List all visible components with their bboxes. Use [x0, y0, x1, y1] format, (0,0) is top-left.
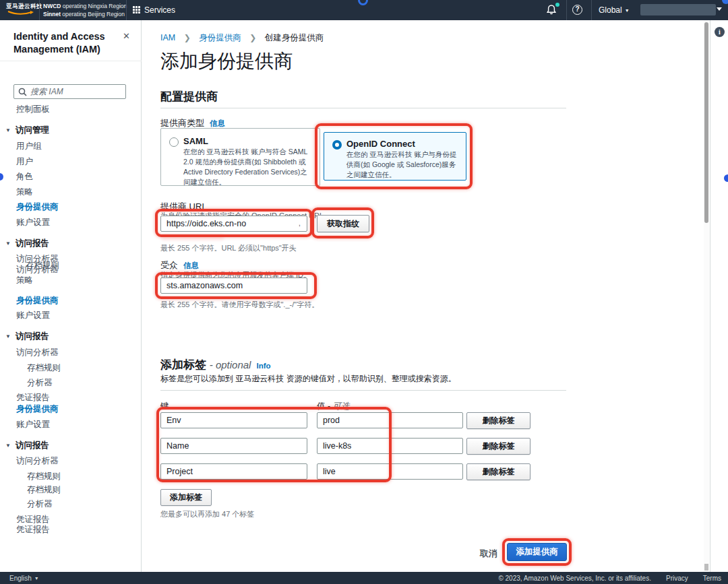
saml-radio[interactable] — [169, 137, 179, 147]
sidebar-item-policies[interactable]: 策略 — [16, 275, 33, 286]
sidebar-item-account-settings[interactable]: 账户设置 — [16, 419, 50, 430]
copyright-text: © 2023, Amazon Web Services, Inc. or its… — [498, 575, 651, 582]
sidebar-item-policies[interactable]: 策略 — [16, 187, 33, 198]
chevron-down-icon: ▼ — [34, 576, 39, 581]
sidebar-item-roles[interactable]: 角色 — [16, 171, 33, 183]
region-selector-label: Global — [599, 5, 622, 15]
sidebar-section-access-management[interactable]: ▼访问管理 — [5, 125, 49, 136]
sidebar-item-access-analyzer[interactable]: 访问分析器 — [16, 347, 59, 358]
privacy-link[interactable]: Privacy — [666, 575, 688, 582]
add-tag-button[interactable]: 添加标签 — [160, 489, 212, 506]
tags-info-link[interactable]: Info — [256, 362, 270, 370]
help-icon[interactable]: ? — [572, 5, 582, 15]
sidebar-title: Identity and Access Management (IAM) — [13, 30, 118, 56]
tag-key-input[interactable] — [160, 438, 307, 454]
remove-tag-button[interactable]: 删除标签 — [466, 463, 530, 480]
sidebar-item-credential-report[interactable]: 凭证报告 — [16, 392, 50, 403]
tag-value-input[interactable] — [317, 463, 463, 480]
chevron-down-icon: ▼ — [5, 240, 11, 247]
chevron-down-icon: ▼ — [5, 443, 11, 449]
close-icon[interactable]: ✕ — [123, 31, 130, 41]
vertical-scrollbar[interactable] — [704, 20, 709, 572]
tag-value-input[interactable] — [317, 412, 463, 428]
provider-url-input[interactable] — [160, 216, 307, 232]
search-icon — [18, 88, 27, 96]
saml-provider-card[interactable]: SAML 在您的 亚马逊云科技 账户与符合 SAML 2.0 规范的身份提供商(… — [160, 128, 320, 186]
tag-key-input[interactable] — [160, 463, 307, 480]
sidebar-section-access-reports[interactable]: ▼访问报告 — [5, 440, 49, 451]
region-selector[interactable]: Global▼ — [599, 5, 630, 15]
breadcrumb-current: 创建身份提供商 — [265, 33, 324, 42]
sidebar-item-identity-providers[interactable]: 身份提供商 — [16, 201, 59, 213]
sidebar-item-account-settings[interactable]: 账户设置 — [16, 217, 50, 228]
account-menu-redacted[interactable] — [640, 4, 716, 15]
sidebar-item-credential-report[interactable]: 凭证报告 — [16, 524, 50, 536]
sidebar-item-dashboard[interactable]: 控制面板 — [16, 104, 50, 115]
page-title: 添加身份提供商 — [160, 48, 293, 74]
value-column-header: 值 - 可选 — [317, 401, 350, 412]
add-provider-button[interactable]: 添加提供商 — [507, 543, 567, 561]
sidebar-section-access-reports[interactable]: ▼访问报告 — [5, 238, 49, 249]
sidebar-section-access-reports[interactable]: ▼访问报告 — [5, 331, 49, 342]
sidebar-item-archive-rules[interactable]: 存档规则 — [27, 362, 61, 374]
remove-tag-button[interactable]: 删除标签 — [466, 412, 530, 429]
glitch-overlay-label: 存档规则 — [26, 260, 59, 271]
services-menu[interactable]: Services — [144, 5, 175, 15]
sidebar-item-analyzers[interactable]: 分析器 — [27, 377, 53, 389]
tag-value-input[interactable] — [317, 438, 463, 454]
remove-tag-button[interactable]: 删除标签 — [466, 438, 530, 455]
sidebar-section-label: 访问报告 — [16, 441, 49, 450]
tag-key-input[interactable] — [160, 412, 307, 428]
sidebar-item-user-groups[interactable]: 用户组 — [16, 141, 42, 152]
configure-provider-heading: 配置提供商 — [160, 89, 218, 104]
iam-sidebar: Identity and Access Management (IAM) ✕ 控… — [0, 20, 142, 572]
sidebar-item-access-analyzer[interactable]: 访问分析器 — [16, 455, 59, 467]
sidebar-item-analyzers[interactable]: 分析器 — [27, 498, 53, 510]
scrollbar-thumb[interactable] — [704, 22, 708, 223]
value-header-optional: 可选 — [333, 401, 350, 411]
breadcrumb-identity-providers-link[interactable]: 身份提供商 — [199, 33, 241, 42]
sidebar-item-identity-providers[interactable]: 身份提供商 — [16, 295, 59, 306]
sidebar-divider — [0, 61, 142, 61]
sidebar-item-account-settings[interactable]: 账户设置 — [16, 310, 50, 321]
sidebar-item-identity-providers[interactable]: 身份提供商 — [16, 403, 59, 415]
sidebar-section-label: 访问管理 — [16, 125, 49, 135]
sidebar-item-users[interactable]: 用户 — [16, 156, 33, 168]
breadcrumb: IAM ❯ 身份提供商 ❯ 创建身份提供商 — [160, 32, 324, 44]
audience-input[interactable] — [160, 278, 307, 294]
sidebar-item-archive-rules[interactable]: 存档规则 — [27, 471, 61, 482]
region-line1-operator: NWCD — [43, 3, 61, 9]
add-tags-heading: 添加标签 - optionalInfo — [160, 357, 271, 372]
region-line2-operator: Sinnet — [43, 11, 61, 18]
sidebar-item-archive-rules[interactable]: 存档规则 — [27, 484, 61, 496]
cancel-button[interactable]: 取消 — [480, 548, 497, 560]
language-selector[interactable]: English▼ — [9, 575, 39, 582]
chevron-down-icon[interactable] — [717, 7, 722, 11]
main-content: IAM ❯ 身份提供商 ❯ 创建身份提供商 添加身份提供商 配置提供商 提供商类… — [142, 20, 710, 572]
info-icon[interactable]: i — [715, 27, 725, 37]
provider-type-label-text: 提供商类型 — [160, 118, 204, 128]
services-grid-icon[interactable] — [133, 6, 141, 14]
provider-type-info-link[interactable]: 信息 — [210, 119, 225, 127]
artifact-dot-right — [724, 174, 728, 182]
sidebar-section-label: 访问报告 — [16, 238, 49, 248]
scrollbar-end — [704, 564, 708, 571]
terms-link[interactable]: Terms — [703, 575, 721, 582]
openid-card-description: 在您的 亚马逊云科技 账户与身份提供商(如 Google 或 Salesforc… — [346, 150, 460, 180]
topbar-divider — [39, 0, 40, 20]
breadcrumb-iam-link[interactable]: IAM — [160, 33, 175, 42]
redaction-smudge — [162, 234, 224, 240]
sidebar-search[interactable] — [13, 84, 126, 99]
openid-card-title: OpenID Connect — [346, 139, 415, 149]
openid-connect-card[interactable]: OpenID Connect 在您的 亚马逊云科技 账户与身份提供商(如 Goo… — [324, 132, 466, 181]
aws-logo[interactable]: 亚马逊云科技 — [6, 3, 38, 15]
provider-url-hint: 最长 255 个字符。URL 必须以"https"开头 — [160, 243, 297, 253]
audience-label-text: 受众 — [160, 260, 178, 270]
chevron-down-icon: ▼ — [5, 333, 11, 339]
topbar-divider — [566, 0, 567, 20]
search-input[interactable] — [30, 86, 123, 98]
openid-radio-selected[interactable] — [332, 140, 342, 150]
audience-info-link[interactable]: 信息 — [183, 261, 199, 269]
sidebar-section-label: 访问报告 — [16, 331, 49, 341]
get-thumbprint-button[interactable]: 获取指纹 — [317, 215, 369, 232]
